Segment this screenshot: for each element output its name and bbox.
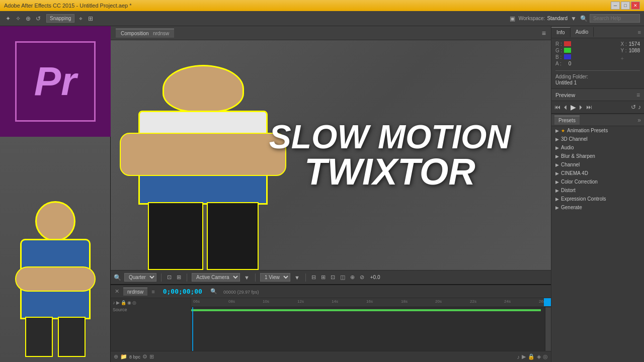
grid-button[interactable]: ⊞: [176, 273, 182, 282]
layout-btn-2[interactable]: ⊞: [320, 273, 327, 282]
info-tab[interactable]: Info: [551, 27, 571, 37]
maximize-button[interactable]: □: [621, 2, 630, 10]
person-area: [0, 137, 110, 362]
minimize-button[interactable]: ─: [611, 2, 620, 10]
info-panel-menu-icon[interactable]: ≡: [635, 27, 644, 37]
view-dropdown-arrow[interactable]: ▼: [293, 274, 301, 282]
layout-btn-3[interactable]: ⊡: [330, 273, 336, 282]
label-toggle[interactable]: ◈: [537, 353, 541, 360]
layer-solo-icon[interactable]: ◉: [127, 300, 131, 305]
snap-icon-2[interactable]: ⊞: [87, 15, 95, 23]
snapping-button[interactable]: Snapping: [46, 14, 74, 23]
expand-btn[interactable]: ⊞: [149, 353, 154, 360]
preview-menu-icon[interactable]: ≡: [636, 92, 640, 99]
camera-dropdown-arrow[interactable]: ▼: [243, 274, 251, 282]
separator-3: [255, 274, 256, 282]
effect-item-color-correction[interactable]: ▶ Color Correction: [551, 177, 644, 186]
timeline-layer-panel: ♪ ▶ 🔒 ◉ ◎ Source: [111, 298, 191, 351]
add-layer-btn[interactable]: ⊕: [114, 353, 118, 360]
transparency-btn[interactable]: ⊘: [359, 273, 365, 282]
timeline-track-area[interactable]: 06s 08s 10s 12s 14s 16s 18s 20s 22s 24s …: [191, 298, 551, 351]
effect-label: Distort: [561, 188, 576, 193]
layer-shy-icon[interactable]: ◎: [132, 300, 136, 305]
magnification-dropdown[interactable]: Quarter: [124, 273, 156, 282]
timeline-menu-icon[interactable]: ≡: [151, 289, 154, 295]
effect-item-3d-channel[interactable]: ▶ 3D Channel: [551, 135, 644, 143]
effect-item-distort[interactable]: ▶ Distort: [551, 186, 644, 195]
close-timeline-icon[interactable]: ✕: [115, 288, 119, 295]
effect-item-blur-sharpen[interactable]: ▶ Blur & Sharpen: [551, 152, 644, 160]
safe-zones-btn[interactable]: ⊕: [349, 273, 356, 282]
right-panel: Info Audio ≡ R : G : B :: [551, 26, 644, 362]
composition-tab[interactable]: Composition nrdnsw: [116, 29, 174, 38]
loop-btn[interactable]: ↺: [631, 104, 636, 111]
play-btn[interactable]: ▶: [571, 103, 576, 111]
effect-item-generate[interactable]: ▶ Generate: [551, 203, 644, 212]
info-y-row: Y : 1088: [621, 48, 640, 53]
hand-tool-icon[interactable]: ✧: [14, 15, 22, 23]
playhead[interactable]: [192, 307, 193, 351]
rotate-tool-icon[interactable]: ↺: [34, 15, 42, 23]
logo-area: Pr: [0, 26, 111, 137]
effects-list: ▶ ★ Animation Presets ▶ 3D Channel ▶ Aud…: [551, 126, 644, 212]
timeline-tab[interactable]: nrdnsw: [123, 288, 147, 296]
play-toggle[interactable]: ▶: [522, 353, 526, 360]
effect-item-audio[interactable]: ▶ Audio: [551, 143, 644, 152]
layer-video-icon[interactable]: ▶: [116, 300, 120, 305]
close-button[interactable]: ✕: [631, 2, 640, 10]
fit-button[interactable]: ⊡: [166, 273, 173, 282]
effect-arrow-icon: ▶: [555, 205, 559, 210]
info-b-row: B :: [555, 54, 571, 60]
zoom-icon: 🔍: [114, 274, 121, 281]
effects-presets-tab[interactable]: Presets: [554, 116, 580, 125]
tool-group-transform: ✦ ✧ ⊕ ↺: [4, 15, 42, 23]
folder-btn[interactable]: 📁: [120, 353, 127, 360]
selection-tool-icon[interactable]: ✦: [4, 15, 12, 23]
effect-item-expression-controls[interactable]: ▶ Expression Controls: [551, 195, 644, 203]
camera-icon: ▣: [509, 15, 517, 23]
effect-item-animation-presets[interactable]: ▶ ★ Animation Presets: [551, 126, 644, 135]
timeline-scrollbar-v[interactable]: [545, 307, 551, 351]
audio-tab[interactable]: Audio: [571, 27, 594, 37]
camera-dropdown[interactable]: Active Camera: [192, 273, 240, 282]
info-r-row: R :: [555, 41, 571, 47]
go-start-btn[interactable]: ⏮: [554, 104, 560, 111]
view-dropdown[interactable]: 1 View: [260, 273, 290, 282]
settings-btn[interactable]: ⚙: [142, 353, 147, 360]
layer-audio-icon[interactable]: ♪: [113, 300, 115, 305]
comp-menu-icon[interactable]: ≡: [542, 29, 546, 37]
layout-btn-1[interactable]: ⊟: [310, 273, 317, 282]
bpc-btn[interactable]: 8 bpc: [129, 354, 140, 359]
person-head: [35, 201, 75, 241]
preview-panel: Preview ≡ ⏮ ⏴ ▶ ⏵ ⏭ ↺ ♪: [551, 88, 644, 114]
info-folder-label: Adding Folder:: [555, 74, 640, 79]
effect-item-cinema4d[interactable]: ▶ CINEMA 4D: [551, 169, 644, 177]
person-leg-right: [58, 317, 86, 357]
layout-btn-4[interactable]: ◫: [339, 273, 346, 282]
work-area-bar[interactable]: [191, 309, 541, 311]
search-timeline-icon[interactable]: 🔍: [210, 288, 217, 295]
audio-preview-btn[interactable]: ♪: [638, 104, 641, 111]
shy-toggle[interactable]: ◎: [543, 353, 548, 360]
left-panel: Pr: [0, 26, 111, 362]
preview-controls: ⏮ ⏴ ▶ ⏵ ⏭ ↺ ♪: [551, 101, 644, 114]
ruler-mark-10s: 10s: [263, 299, 269, 304]
step-back-btn[interactable]: ⏴: [562, 104, 569, 111]
zoom-tool-icon[interactable]: ⊕: [24, 15, 32, 23]
step-forward-btn[interactable]: ⏵: [578, 104, 584, 111]
effect-item-channel[interactable]: ▶ Channel: [551, 160, 644, 169]
lock-toggle[interactable]: 🔒: [528, 353, 535, 360]
layer-lock-icon[interactable]: 🔒: [121, 300, 126, 305]
timecode-display: 0;00;00;00: [163, 288, 202, 295]
workspace-dropdown-icon[interactable]: ▼: [570, 15, 578, 23]
audio-toggle[interactable]: ♪: [517, 353, 520, 360]
playback-speed: +0.0: [370, 275, 380, 280]
timeline-controls: 0;00;00;00: [163, 288, 202, 295]
titlebar: Adobe After Effects CC 2015 - Untitled P…: [0, 0, 644, 11]
search-input[interactable]: [590, 14, 640, 23]
effects-expand-icon[interactable]: »: [637, 117, 641, 124]
viewer-person-arms: [120, 133, 286, 176]
go-end-btn[interactable]: ⏭: [586, 104, 592, 111]
snap-icon-1[interactable]: ⌖: [76, 15, 85, 23]
timeline-tracks: [191, 307, 551, 351]
